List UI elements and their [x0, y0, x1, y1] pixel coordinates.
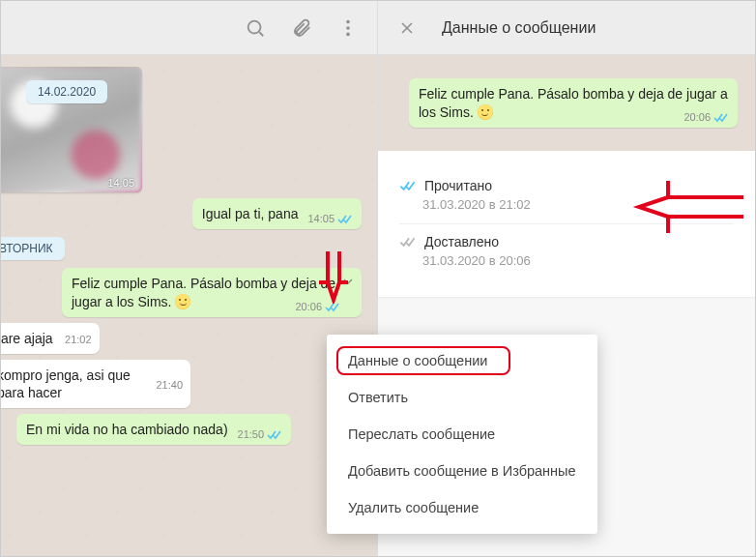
- media-timestamp: 14:05: [107, 177, 134, 189]
- message-text: tare ajaja: [1, 331, 53, 346]
- message-row: Igual pa ti, pana 14:05: [16, 198, 362, 229]
- smile-emoji: [175, 294, 190, 309]
- menu-icon[interactable]: [336, 16, 360, 40]
- delivered-label: Доставлено: [424, 234, 499, 249]
- message-time: 21:02: [65, 330, 92, 350]
- read-ticks-icon: [399, 180, 417, 191]
- context-menu: Данные о сообщении Ответить Переслать со…: [327, 335, 597, 534]
- message-time: 21:40: [156, 366, 183, 405]
- info-message-preview: Feliz cumple Pana. Pásalo bomba y deja d…: [378, 55, 755, 151]
- double-check-icon: [267, 429, 282, 440]
- message-text: En mi vida no ha cambiado nada): [26, 422, 228, 437]
- day-badge: ВТОРНИК: [1, 237, 65, 260]
- message-time: 21:50: [238, 427, 265, 442]
- delivered-timestamp: 31.03.2020 в 20:06: [422, 253, 734, 268]
- chat-header: [1, 1, 377, 55]
- info-title: Данные о сообщении: [442, 19, 596, 37]
- attach-icon[interactable]: [290, 16, 313, 40]
- close-icon[interactable]: [395, 16, 419, 40]
- message-text: Igual pa ti, pana: [202, 206, 299, 221]
- info-header: Данные о сообщении: [378, 1, 755, 55]
- menu-item-message-info[interactable]: Данные о сообщении: [327, 342, 597, 379]
- chevron-down-icon[interactable]: [340, 274, 356, 294]
- outgoing-bubble[interactable]: Igual pa ti, pana 14:05: [192, 198, 362, 229]
- message-text: kompro jenga, asi que para hacer: [1, 367, 131, 401]
- double-check-icon: [337, 214, 353, 224]
- double-check-icon: [325, 302, 340, 312]
- delivered-status-row: Доставлено 31.03.2020 в 20:06: [399, 223, 734, 279]
- search-icon[interactable]: [244, 16, 267, 40]
- svg-line-1: [259, 32, 263, 36]
- outgoing-bubble[interactable]: Feliz cumple Pana. Pásalo bomba y deja d…: [62, 268, 362, 317]
- date-badge: 14.02.2020: [26, 80, 107, 103]
- read-label: Прочитано: [424, 178, 492, 193]
- outgoing-bubble[interactable]: En mi vida no ha cambiado nada) 21:50: [16, 414, 291, 445]
- chat-body: 14.02.2020 14:05 Igual pa ti, pana 14:05…: [1, 55, 377, 556]
- outgoing-bubble: Feliz cumple Pana. Pásalo bomba y deja d…: [409, 78, 738, 128]
- delivery-info-card: Прочитано 31.03.2020 в 21:02 Доставлено …: [378, 151, 755, 297]
- svg-point-0: [248, 20, 261, 33]
- message-row: Feliz cumple Pana. Pásalo bomba y deja d…: [16, 268, 362, 317]
- message-row: En mi vida no ha cambiado nada) 21:50: [16, 414, 362, 445]
- double-check-icon: [713, 112, 729, 123]
- menu-item-delete[interactable]: Удалить сообщение: [327, 489, 597, 526]
- delivered-ticks-icon: [399, 236, 417, 248]
- message-time: 14:05: [307, 212, 334, 226]
- message-row: tare ajaja 21:02: [1, 323, 362, 354]
- smile-emoji: [478, 104, 493, 120]
- svg-point-3: [346, 26, 350, 30]
- media-thumbnail[interactable]: 14.02.2020 14:05: [1, 67, 142, 192]
- message-time: 20:06: [683, 110, 711, 125]
- app-frame: 14.02.2020 14:05 Igual pa ti, pana 14:05…: [0, 0, 756, 557]
- svg-point-2: [346, 19, 350, 23]
- chat-pane: 14.02.2020 14:05 Igual pa ti, pana 14:05…: [1, 1, 378, 556]
- message-text: Feliz cumple Pana. Pásalo bomba y deja d…: [419, 86, 728, 120]
- menu-item-star[interactable]: Добавить сообщение в Избранные: [327, 453, 597, 489]
- svg-point-4: [346, 32, 350, 36]
- read-status-row: Прочитано 31.03.2020 в 21:02: [399, 168, 734, 223]
- incoming-bubble[interactable]: tare ajaja 21:02: [1, 323, 100, 354]
- read-timestamp: 31.03.2020 в 21:02: [422, 197, 734, 212]
- menu-item-reply[interactable]: Ответить: [327, 379, 597, 416]
- incoming-bubble[interactable]: kompro jenga, asi que para hacer 21:40: [1, 360, 190, 409]
- message-time: 20:06: [295, 300, 322, 314]
- menu-item-forward[interactable]: Переслать сообщение: [327, 416, 597, 453]
- message-row: kompro jenga, asi que para hacer 21:40: [1, 360, 362, 409]
